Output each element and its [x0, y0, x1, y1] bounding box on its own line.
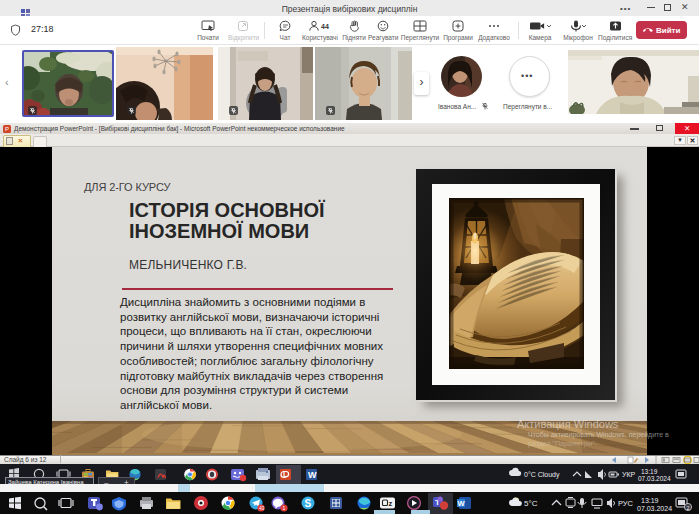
svg-text:1: 1	[283, 505, 286, 511]
svg-text:W: W	[458, 499, 466, 508]
svg-text:07.03.2024: 07.03.2024	[637, 505, 672, 512]
svg-text:W: W	[308, 470, 317, 480]
svg-text:РУС: РУС	[618, 499, 634, 508]
svg-text:13:19: 13:19	[641, 468, 658, 475]
svg-text:43: 43	[259, 506, 265, 511]
svg-text:УКР: УКР	[622, 471, 636, 478]
svg-text:07.03.2024: 07.03.2024	[638, 475, 671, 482]
svg-text:44: 44	[321, 23, 329, 30]
svg-text:S: S	[305, 498, 312, 509]
svg-text:2: 2	[686, 505, 689, 511]
svg-text:13:19: 13:19	[641, 497, 659, 504]
svg-text:5°C: 5°C	[524, 499, 538, 508]
svg-text:z: z	[389, 499, 393, 508]
svg-text:0°C Cloudy: 0°C Cloudy	[524, 471, 560, 479]
